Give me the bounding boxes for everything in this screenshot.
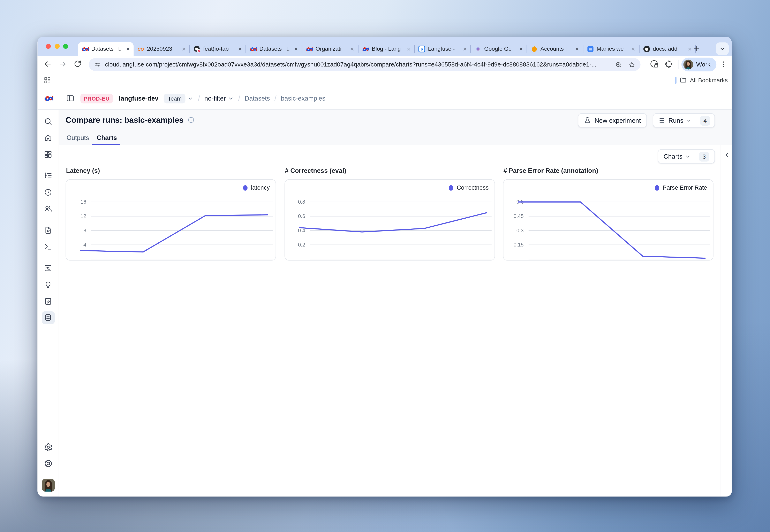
sidebar-item-annotation[interactable] (42, 295, 54, 307)
window-zoom-button[interactable] (63, 44, 68, 49)
browser-tab[interactable]: Blog - Lang (359, 42, 414, 56)
sidebar-item-evals[interactable] (42, 261, 54, 274)
browser-tab[interactable]: Accounts | (527, 42, 583, 56)
browser-tab[interactable]: Marlies we (583, 42, 639, 56)
tab-overflow-button[interactable] (716, 42, 729, 55)
browser-tab[interactable]: Datasets | L (78, 42, 133, 56)
sidebar-item-home[interactable] (42, 131, 54, 144)
close-x-icon (350, 47, 355, 51)
collapse-panel-button[interactable] (723, 151, 731, 159)
right-panel-divider (720, 145, 720, 496)
bookmark-star-icon[interactable] (628, 61, 636, 68)
puzzle-icon (665, 60, 673, 69)
charts-panel: Charts 3 Latency (s)161284latency# Corre… (59, 145, 732, 496)
chevron-down-icon (228, 95, 234, 101)
info-icon[interactable] (187, 116, 195, 124)
new-experiment-button[interactable]: New experiment (578, 113, 647, 128)
tab-close-button[interactable] (687, 47, 692, 51)
sidebar-item-datasets[interactable] (42, 311, 54, 324)
charts-dropdown-button[interactable]: Charts 3 (658, 149, 715, 164)
tune-icon (94, 61, 101, 68)
sidebar-user-avatar[interactable] (42, 479, 55, 492)
page-tabs: Outputs Charts (59, 131, 732, 145)
privacy-lock-icon[interactable] (650, 59, 659, 69)
tab-close-button[interactable] (631, 47, 636, 51)
tab-close-button[interactable] (406, 47, 411, 51)
back-button[interactable] (43, 60, 52, 68)
runs-dropdown-button[interactable]: Runs 4 (653, 113, 715, 128)
project-name[interactable]: no-filter (205, 95, 226, 102)
legend-dot-icon (449, 185, 453, 190)
browser-tab[interactable]: Organizati (302, 42, 358, 56)
chart-title: # Correctness (eval) (285, 167, 495, 174)
new-tab-button[interactable] (693, 45, 701, 53)
browser-tab[interactable]: CO20250923 (133, 42, 189, 56)
app-main: Compare runs: basic-examples New experim… (59, 110, 732, 496)
sidebar-item-users[interactable] (42, 202, 54, 215)
browser-menu-kebab-icon[interactable] (720, 60, 728, 69)
sidebar-item-support[interactable] (42, 457, 55, 470)
url-bar[interactable]: cloud.langfuse.com/project/cmfwgv8fx002o… (89, 58, 641, 71)
site-settings-icon[interactable] (94, 61, 101, 68)
sidebar-item-tracing[interactable] (42, 169, 54, 182)
bookmarks-divider (675, 77, 677, 84)
chart-card: 0.80.60.40.2Correctness (285, 179, 495, 261)
profile-avatar-photo (683, 60, 693, 69)
browser-tab[interactable]: Datasets | L (246, 42, 302, 56)
tab-title: Langfuse - (428, 46, 460, 52)
breadcrumb-dataset-name[interactable]: basic-examples (281, 95, 325, 102)
line-chart: 0.60.450.30.15 (503, 180, 714, 261)
github-favicon (643, 45, 651, 53)
browser-tab[interactable]: 6Langfuse - (415, 42, 470, 56)
tab-title: Datasets | L (259, 46, 291, 52)
tab-close-button[interactable] (294, 47, 298, 51)
tab-close-button[interactable] (126, 47, 130, 51)
sidebar-item-insights[interactable] (42, 278, 54, 291)
org-name[interactable]: langfuse-dev (119, 95, 158, 102)
zoom-in-icon[interactable] (615, 61, 622, 68)
sidebar-item-playground[interactable] (42, 240, 54, 253)
tab-outputs[interactable]: Outputs (67, 134, 89, 141)
insights-icon (44, 280, 52, 289)
tab-close-button[interactable] (462, 47, 467, 51)
browser-tab[interactable]: Google Ge (471, 42, 526, 56)
evals-icon (44, 264, 52, 272)
tab-close-button[interactable] (181, 47, 186, 51)
browser-tab[interactable]: docs: add (640, 42, 695, 56)
sidebar-item-settings[interactable] (42, 441, 55, 454)
sidebar-item-sessions[interactable] (42, 186, 54, 198)
window-minimize-button[interactable] (54, 44, 59, 49)
org-switcher-chevron-icon[interactable] (187, 95, 194, 101)
apps-grid-icon[interactable] (43, 76, 51, 84)
line-chart: 0.80.60.40.2 (285, 180, 495, 261)
sidebar-item-search[interactable] (42, 115, 54, 127)
sidebar-item-dashboard[interactable] (42, 148, 54, 161)
playground-icon (44, 242, 52, 251)
accounts-orange-favicon (530, 45, 538, 53)
sidebar-toggle-icon[interactable] (66, 94, 75, 102)
window-close-button[interactable] (46, 44, 51, 49)
active-tab-underline (92, 144, 120, 145)
all-bookmarks-button[interactable]: All Bookmarks (690, 77, 728, 84)
tab-close-button[interactable] (575, 47, 580, 51)
breadcrumb-datasets[interactable]: Datasets (245, 95, 270, 102)
project-switcher-chevron-icon[interactable] (228, 95, 234, 101)
tab-charts[interactable]: Charts (96, 134, 117, 141)
browser-tab[interactable]: feat(io-tab (190, 42, 246, 56)
tab-close-button[interactable] (238, 47, 242, 51)
close-x-icon (462, 47, 467, 51)
tab-close-button[interactable] (350, 47, 355, 51)
github-x-favicon (193, 45, 201, 53)
svg-text:12: 12 (80, 213, 86, 219)
org-plan-badge: Team (164, 93, 186, 103)
extensions-puzzle-icon[interactable] (665, 60, 673, 69)
chevron-down-icon (685, 154, 691, 159)
svg-text:16: 16 (80, 199, 86, 205)
chevron-down-icon (686, 117, 692, 123)
tab-close-button[interactable] (519, 47, 523, 51)
profile-chip[interactable]: Work (682, 58, 716, 71)
forward-button[interactable] (58, 60, 67, 68)
sidebar-item-prompts[interactable] (42, 224, 54, 236)
reload-button[interactable] (73, 60, 82, 68)
info-icon (187, 116, 195, 124)
